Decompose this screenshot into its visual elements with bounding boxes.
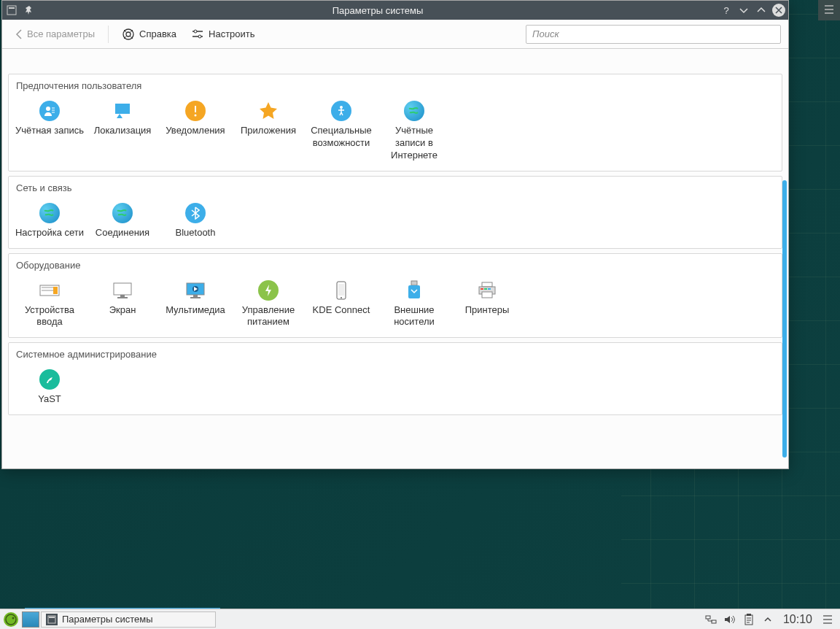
item-label: Экран [109,304,136,317]
item-removable-storage[interactable]: Внешние носители [378,275,451,333]
yast-icon [39,369,60,390]
accessibility-icon [331,101,351,121]
window-title: Параметры системы [36,5,720,16]
item-printers[interactable]: Принтеры [451,275,524,333]
globe-icon [112,203,133,223]
section-network: Сеть и связь Настройка сети Соединения B… [8,176,782,249]
globe-icon [404,101,424,121]
task-label: Параметры системы [62,614,153,625]
svg-rect-31 [484,288,487,290]
lifebuoy-icon [122,28,135,41]
star-icon [257,100,279,122]
maximize-icon[interactable] [755,4,768,17]
item-label: Локализация [94,125,152,137]
item-label: Устройства ввода [15,304,85,329]
svg-rect-32 [488,288,491,290]
item-label: Учётные записи в Интернете [379,125,449,162]
svg-rect-37 [49,617,55,618]
item-input-devices[interactable]: Устройства ввода [13,275,86,333]
tray-clipboard-icon[interactable] [742,613,755,626]
item-label: Приложения [241,125,296,137]
flag-icon [112,100,133,122]
task-entry-system-settings[interactable]: Параметры системы [41,611,216,628]
scrollbar-thumb[interactable] [782,180,787,458]
tray-expand-icon[interactable] [761,613,774,626]
section-hardware: Оборудование Устройства ввода Экран Муль… [8,253,782,339]
svg-rect-25 [411,281,417,285]
virtual-desktop-pager[interactable] [22,611,39,628]
start-menu-button[interactable] [1,611,20,628]
item-account[interactable]: Учётная запись [13,96,86,166]
tray-volume-icon[interactable] [723,613,736,626]
content-area: Предпочтения пользователя Учётная запись… [2,49,788,468]
svg-rect-16 [120,295,125,297]
section-header: Предпочтения пользователя [9,74,782,96]
item-accessibility[interactable]: Специальные возможности [305,96,378,166]
item-label: Принтеры [465,304,510,317]
item-online-accounts[interactable]: Учётные записи в Интернете [378,96,451,166]
pin-icon[interactable] [23,4,36,17]
tray-network-icon[interactable] [704,613,718,626]
item-localization[interactable]: Локализация [86,96,159,166]
app-menu-icon[interactable] [5,4,18,17]
task-app-icon [46,614,58,625]
svg-rect-20 [193,295,198,297]
item-label: Учётная запись [15,125,84,137]
item-label: Уведомления [166,125,225,137]
item-display[interactable]: Экран [86,275,159,333]
svg-rect-23 [338,284,344,296]
item-connections[interactable]: Соединения [86,198,159,244]
item-notifications[interactable]: Уведомления [159,96,232,166]
section-header: Системное администрирование [9,343,782,364]
taskbar: Параметры системы 10:10 [0,609,840,629]
section-system-administration: Системное администрирование YaST [8,342,782,415]
item-bluetooth[interactable]: Bluetooth [159,198,232,244]
svg-point-6 [46,107,50,111]
svg-point-35 [12,617,15,619]
monitor-icon [112,279,133,301]
item-applications[interactable]: Приложения [232,96,305,166]
multimedia-icon [184,279,206,301]
svg-rect-14 [53,287,58,294]
item-label: Настройка сети [15,227,84,239]
phone-icon [330,279,352,301]
search-input[interactable] [526,25,781,44]
configure-button[interactable]: Настроить [185,25,261,44]
keyboard-icon [39,279,61,301]
help-button[interactable]: Справка [116,25,182,44]
tray-clock[interactable]: 10:10 [780,613,815,626]
usb-drive-icon [403,279,425,301]
desktop-side-panel-toggle[interactable] [818,0,840,20]
item-label: Специальные возможности [306,125,376,150]
minimize-icon[interactable] [737,4,750,17]
help-icon[interactable]: ? [720,4,733,17]
sliders-icon [191,28,204,41]
tray-panel-menu-icon[interactable] [821,613,834,626]
svg-rect-1 [9,7,15,9]
section-header: Оборудование [9,254,782,275]
svg-rect-38 [706,616,710,619]
svg-point-9 [195,115,197,117]
chevron-left-icon [15,29,23,39]
item-power-management[interactable]: Управление питанием [232,275,305,333]
section-header: Сеть и связь [9,177,782,198]
item-network-settings[interactable]: Настройка сети [13,198,86,244]
close-icon[interactable] [772,4,785,17]
item-yast[interactable]: YaST [13,364,86,410]
system-settings-window: Параметры системы ? Все параметры Справк… [1,0,789,469]
svg-rect-29 [482,292,492,298]
item-kde-connect[interactable]: KDE Connect [305,275,378,333]
item-multimedia[interactable]: Мультимедиа [159,275,232,333]
bluetooth-icon [185,203,206,223]
back-all-settings-button[interactable]: Все параметры [9,26,101,42]
printer-icon [476,279,498,301]
help-button-label: Справка [139,28,176,39]
svg-point-4 [194,30,197,33]
bolt-icon [258,280,279,301]
svg-rect-7 [115,104,130,114]
back-label: Все параметры [27,28,95,39]
svg-rect-30 [481,288,483,290]
svg-rect-41 [747,614,751,616]
item-label: Внешние носители [379,304,449,329]
svg-point-5 [198,35,201,38]
